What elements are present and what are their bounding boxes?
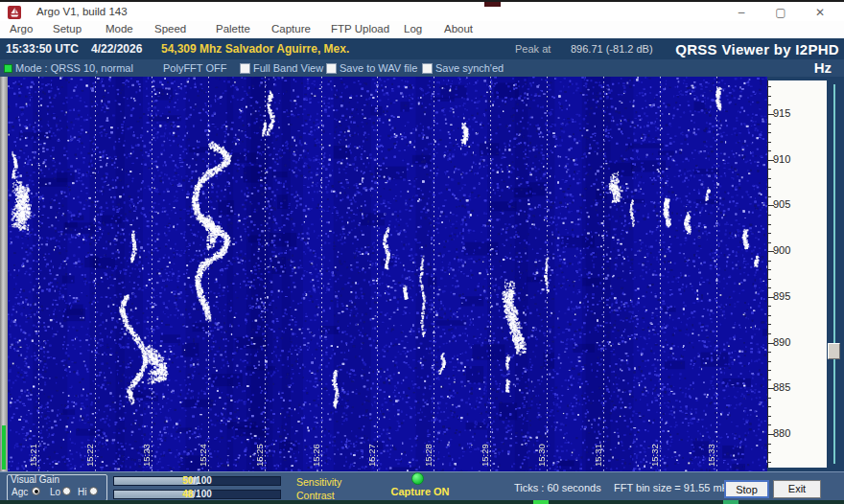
ticks-info: Ticks : 60 seconds [514, 482, 601, 493]
spectrogram-canvas[interactable] [8, 77, 767, 471]
left-border-strip [0, 77, 8, 471]
freq-tick [768, 452, 771, 453]
save-wav-label[interactable]: Save to WAV file [340, 62, 417, 74]
edge-green-fleck [533, 500, 549, 504]
menu-bar: Argo Setup Mode Speed Palette Capture FT… [0, 21, 844, 38]
freq-tick-label: 880 [773, 427, 790, 439]
menu-log[interactable]: Log [404, 23, 422, 34]
save-synched-label[interactable]: Save synch'ed [435, 62, 504, 74]
freq-tick [768, 142, 771, 143]
capture-led [411, 472, 424, 485]
freq-tick [768, 233, 771, 234]
menu-ftp-upload[interactable]: FTP Upload [331, 23, 389, 34]
date-label: 4/22/2026 [91, 42, 142, 56]
save-synched-checkbox[interactable] [422, 63, 433, 74]
contrast-value: 48 [182, 489, 193, 499]
menu-about[interactable]: About [444, 23, 473, 34]
capture-status-label[interactable]: Capture ON [382, 486, 458, 497]
sensitivity-label: Sensitivity [296, 476, 341, 488]
freq-tick [768, 196, 771, 197]
freq-tick [768, 315, 771, 316]
contrast-slider[interactable]: 48/100 [113, 490, 281, 499]
freq-tick-label: 890 [773, 336, 790, 348]
exit-button[interactable]: Exit [773, 480, 821, 498]
freq-tick-label: 900 [773, 244, 790, 256]
menu-mode[interactable]: Mode [106, 23, 133, 34]
edge-green-fleck [723, 500, 738, 504]
menu-argo[interactable]: Argo [10, 23, 33, 34]
freq-tick [768, 104, 771, 105]
full-band-view-checkbox[interactable] [240, 63, 250, 74]
frequency-scrollbar[interactable] [827, 77, 844, 471]
freq-tick [768, 297, 774, 298]
freq-tick [768, 406, 771, 407]
freq-tick-label: 915 [773, 107, 790, 119]
freq-tick [768, 398, 771, 399]
freq-tick [768, 352, 771, 353]
contrast-max: /100 [193, 489, 211, 499]
freq-tick [768, 114, 774, 115]
minimize-button[interactable]: – [727, 4, 756, 21]
polyfft-label[interactable]: PolyFFT OFF [163, 62, 226, 74]
freq-tick [768, 388, 774, 389]
agc-radio[interactable] [32, 487, 40, 495]
scrollbar-thumb[interactable] [828, 343, 840, 359]
save-wav-checkbox[interactable] [326, 63, 337, 74]
menu-capture[interactable]: Capture [271, 23, 311, 34]
mode-label: Mode : QRSS 10, normal [15, 62, 133, 74]
frequency-axis: 915910905900895890885880 [767, 80, 827, 468]
argo-window: Argo V1, build 143 – ▢ ✕ Argo Setup Mode… [0, 0, 844, 504]
freq-tick [768, 205, 774, 206]
sensitivity-value: 50 [182, 475, 193, 486]
hz-axis-title: Hz [814, 59, 832, 76]
freq-tick [768, 416, 771, 417]
hi-radio[interactable] [89, 487, 98, 495]
app-brand: QRSS Viewer by I2PHD [675, 41, 839, 57]
freq-tick [768, 269, 771, 270]
hi-radio-label[interactable]: Hi [78, 487, 86, 497]
peak-label: Peak at [515, 43, 551, 55]
menu-speed[interactable]: Speed [154, 23, 186, 34]
freq-tick-label: 885 [773, 381, 790, 393]
freq-tick-label: 895 [773, 290, 790, 302]
freq-tick [768, 333, 771, 334]
freq-tick [768, 96, 771, 97]
freq-tick-label: 910 [773, 153, 790, 165]
freq-tick [768, 361, 771, 362]
freq-tick [768, 279, 771, 280]
freq-tick [768, 462, 771, 463]
full-band-view-label[interactable]: Full Band View [253, 62, 323, 74]
close-button[interactable]: ✕ [806, 4, 834, 21]
freq-tick [768, 343, 774, 344]
station-label: 54,309 Mhz Salvador Aguirre, Mex. [161, 42, 349, 56]
menu-palette[interactable]: Palette [216, 23, 250, 34]
fft-bin-info: FFT bin size = 91.55 mHz [614, 482, 735, 493]
sensitivity-slider[interactable]: 50/100 [113, 476, 281, 486]
top-edge-artifact [484, 2, 501, 7]
control-bar: Visual Gain Agc Lo Hi 50/100 48/100 Sens… [0, 471, 844, 504]
freq-tick-label: 905 [773, 198, 790, 210]
sensitivity-max: /100 [193, 475, 211, 486]
window-title: Argo V1, build 143 [36, 6, 128, 17]
peak-value: 896.71 (-81.2 dB) [571, 43, 653, 55]
stop-button[interactable]: Stop [724, 480, 769, 498]
freq-tick [768, 424, 771, 425]
agc-radio-label[interactable]: Agc [12, 487, 28, 497]
freq-tick [768, 251, 774, 252]
freq-tick [768, 444, 771, 445]
left-green-indicator [2, 425, 6, 470]
title-bar: Argo V1, build 143 – ▢ ✕ [0, 0, 844, 21]
freq-tick [768, 132, 771, 133]
lo-radio[interactable] [62, 487, 71, 495]
freq-tick [768, 178, 771, 179]
freq-tick [768, 124, 771, 125]
freq-tick [768, 242, 771, 243]
freq-tick [768, 261, 771, 262]
scrollbar-track [833, 84, 835, 464]
maximize-button[interactable]: ▢ [766, 4, 795, 21]
lo-radio-label[interactable]: Lo [50, 487, 60, 497]
freq-tick [768, 150, 771, 151]
menu-setup[interactable]: Setup [53, 23, 82, 34]
app-icon [8, 6, 21, 19]
visual-gain-title: Visual Gain [11, 474, 59, 485]
